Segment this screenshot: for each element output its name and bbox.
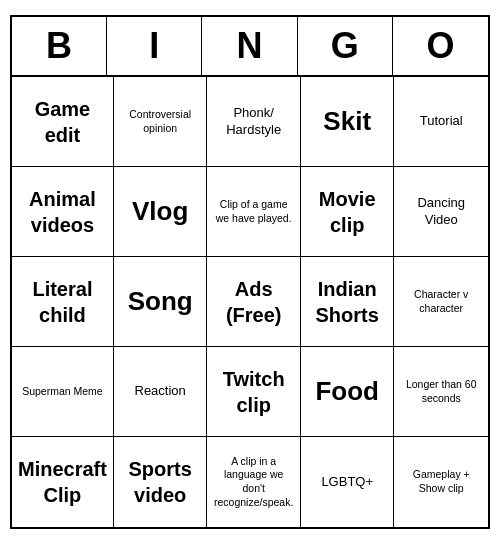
bingo-cell: Song xyxy=(114,257,208,347)
bingo-cell: Literal child xyxy=(12,257,114,347)
bingo-cell: Longer than 60 seconds xyxy=(394,347,488,437)
bingo-cell: Dancing Video xyxy=(394,167,488,257)
bingo-cell: Animal videos xyxy=(12,167,114,257)
bingo-cell: Clip of a game we have played. xyxy=(207,167,301,257)
header-letter: I xyxy=(107,17,202,75)
bingo-header: BINGO xyxy=(12,17,488,77)
header-letter: G xyxy=(298,17,393,75)
bingo-cell: Skit xyxy=(301,77,395,167)
bingo-cell: Ads (Free) xyxy=(207,257,301,347)
bingo-card: BINGO Game editControversial opinionPhon… xyxy=(10,15,490,529)
bingo-cell: Movie clip xyxy=(301,167,395,257)
bingo-cell: Tutorial xyxy=(394,77,488,167)
bingo-cell: Food xyxy=(301,347,395,437)
bingo-cell: Vlog xyxy=(114,167,208,257)
bingo-cell: Gameplay + Show clip xyxy=(394,437,488,527)
bingo-grid: Game editControversial opinionPhonk/ Har… xyxy=(12,77,488,527)
bingo-cell: LGBTQ+ xyxy=(301,437,395,527)
bingo-cell: Minecraft Clip xyxy=(12,437,114,527)
bingo-cell: Game edit xyxy=(12,77,114,167)
bingo-cell: Controversial opinion xyxy=(114,77,208,167)
bingo-cell: Character v character xyxy=(394,257,488,347)
bingo-cell: A clip in a language we don't recognize/… xyxy=(207,437,301,527)
bingo-cell: Reaction xyxy=(114,347,208,437)
bingo-cell: Sports video xyxy=(114,437,208,527)
bingo-cell: Indian Shorts xyxy=(301,257,395,347)
header-letter: N xyxy=(202,17,297,75)
header-letter: O xyxy=(393,17,488,75)
header-letter: B xyxy=(12,17,107,75)
bingo-cell: Twitch clip xyxy=(207,347,301,437)
bingo-cell: Phonk/ Hardstyle xyxy=(207,77,301,167)
bingo-cell: Superman Meme xyxy=(12,347,114,437)
